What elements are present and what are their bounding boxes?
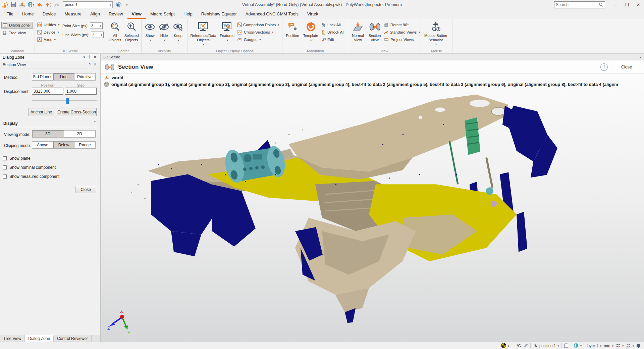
- point-display-button[interactable]: [616, 343, 624, 348]
- show-measured-component-checkbox[interactable]: Show measured component: [3, 174, 59, 179]
- tab-measure[interactable]: Measure: [60, 9, 86, 19]
- dialog-zone-menu-caret[interactable]: ▾: [82, 55, 87, 59]
- tab-advanced-cnc-cmm-tools[interactable]: Advanced CNC CMM Tools: [241, 9, 303, 19]
- show-plane-checkbox[interactable]: Show plane: [3, 156, 31, 161]
- clipping-mode-above[interactable]: Above: [32, 142, 53, 148]
- scene-close-button[interactable]: Close: [616, 63, 637, 71]
- axes-dropdown[interactable]: Axes: [36, 37, 62, 43]
- clipping-mode-below[interactable]: Below: [53, 142, 74, 148]
- dialog-close-button[interactable]: Close: [75, 186, 96, 193]
- import-button[interactable]: [19, 1, 25, 8]
- section-view-close-icon[interactable]: ✕: [92, 62, 98, 67]
- info-icon[interactable]: i: [600, 63, 608, 71]
- normal-view-button[interactable]: Normal View: [350, 20, 366, 42]
- probing-status-button[interactable]: [501, 343, 509, 348]
- tab-dialog-zone[interactable]: Dialog Zone: [25, 335, 54, 342]
- sync-button[interactable]: [626, 343, 634, 348]
- points-caret[interactable]: [622, 344, 624, 348]
- mouse-behavior-caret[interactable]: [435, 42, 437, 46]
- clipping-mode-range[interactable]: Range: [74, 142, 95, 148]
- anchor-line-button[interactable]: Anchor Line: [29, 108, 54, 116]
- 3d-viewport[interactable]: world original (alignment group 1), orig…: [101, 74, 644, 342]
- hide-dropdown-caret[interactable]: [163, 38, 165, 42]
- features-button[interactable]: Features: [218, 20, 236, 42]
- search-input[interactable]: [556, 2, 599, 7]
- comparison-points-dropdown[interactable]: Comparison Points: [236, 22, 279, 28]
- create-cross-section-button[interactable]: Create Cross-Section: [57, 108, 97, 116]
- center-selected-objects-button[interactable]: Selected Objects: [123, 20, 140, 42]
- compare-mode-button[interactable]: [574, 343, 582, 348]
- annotation-position-button[interactable]: Position: [284, 20, 301, 38]
- tree-view-toggle-button[interactable]: Tree View: [1, 30, 33, 36]
- viewing-mode-3d[interactable]: 3D: [32, 131, 64, 137]
- tab-device[interactable]: Device: [38, 9, 60, 19]
- piece-selector[interactable]: piece 1: [63, 1, 113, 8]
- tools-button[interactable]: [523, 343, 528, 348]
- method-primitive[interactable]: Primitive: [74, 73, 95, 80]
- tab-review[interactable]: Review: [104, 9, 127, 19]
- reference-data-caret[interactable]: [202, 42, 205, 46]
- viewing-mode-2d[interactable]: 2D: [64, 131, 96, 137]
- checkbox-box[interactable]: [3, 174, 7, 179]
- minimize-button[interactable]: –: [610, 0, 621, 9]
- annotation-template-button[interactable]: Template: [301, 20, 320, 42]
- undo-button[interactable]: [36, 1, 43, 8]
- reference-data-objects-button[interactable]: 01 Reference/Data Objects: [189, 20, 218, 46]
- scene-menu-caret[interactable]: [639, 55, 641, 59]
- tab-tree-view[interactable]: Tree View: [0, 335, 25, 342]
- project-views-button[interactable]: Project Views: [383, 37, 419, 43]
- help-icon[interactable]: ?: [87, 63, 92, 67]
- rotate-90-button[interactable]: Rotate 90°: [383, 22, 419, 28]
- show-button[interactable]: Show: [143, 20, 157, 42]
- position-caret[interactable]: [557, 344, 559, 348]
- template-caret[interactable]: [310, 38, 312, 42]
- point-size-stepper[interactable]: 3: [90, 22, 103, 29]
- tab-virtek[interactable]: Virtek: [303, 9, 323, 19]
- save-button[interactable]: [10, 1, 17, 8]
- share-globe-button[interactable]: [28, 1, 34, 8]
- tab-help[interactable]: Help: [179, 9, 197, 19]
- standard-views-dropdown[interactable]: Standard Views: [383, 29, 419, 35]
- displacement-step-field[interactable]: [65, 88, 97, 95]
- edit-annotation-button[interactable]: Edit: [320, 37, 345, 43]
- tab-home[interactable]: Home: [18, 9, 38, 19]
- checkbox-box[interactable]: [3, 165, 7, 169]
- probing-caret[interactable]: [507, 344, 509, 348]
- section-view-button[interactable]: Section View: [366, 20, 383, 42]
- tab-control-reviewer[interactable]: Control Reviewer: [54, 335, 92, 342]
- compare-caret[interactable]: [580, 344, 582, 348]
- method-line[interactable]: Line: [53, 73, 74, 80]
- features-caret[interactable]: [226, 38, 228, 42]
- checkbox-box[interactable]: [3, 156, 7, 160]
- displacement-position-field[interactable]: [32, 88, 63, 95]
- tab-file[interactable]: File: [2, 9, 18, 19]
- dialog-zone-close-icon[interactable]: ✕: [92, 55, 98, 59]
- sync-caret[interactable]: [632, 344, 634, 348]
- mouse-button-behavior-button[interactable]: Mouse Button Behavior: [422, 20, 449, 46]
- hide-button[interactable]: Hide: [157, 20, 171, 42]
- report-button[interactable]: [564, 343, 569, 348]
- tab-renishaw-equator[interactable]: Renishaw Equator: [197, 9, 241, 19]
- dialog-zone-toggle-button[interactable]: Dialog Zone: [1, 22, 33, 29]
- qat-customize-button[interactable]: [125, 2, 128, 7]
- display-collapse-chevron[interactable]: ⌃: [94, 120, 96, 124]
- object-info-button[interactable]: [115, 1, 122, 8]
- tab-align[interactable]: Align: [86, 9, 104, 19]
- units-caret[interactable]: [611, 344, 613, 348]
- units-selector[interactable]: mm: [604, 344, 613, 348]
- pin-icon[interactable]: [87, 55, 92, 59]
- close-window-button[interactable]: ✕: [633, 0, 644, 9]
- show-nominal-component-checkbox[interactable]: Show nominal component: [3, 165, 56, 170]
- gauges-dropdown[interactable]: Gauges: [236, 37, 279, 43]
- device-position-selector[interactable]: position 1: [533, 343, 559, 348]
- displacement-slider-handle[interactable]: [66, 98, 69, 104]
- keep-button[interactable]: Keep: [171, 20, 185, 42]
- keep-dropdown-caret[interactable]: [177, 38, 179, 42]
- displacement-slider-track[interactable]: [32, 100, 97, 101]
- layer-selector[interactable]: layer 1: [587, 344, 601, 348]
- restore-button[interactable]: ❐: [621, 0, 633, 9]
- layer-caret[interactable]: [599, 344, 602, 348]
- tab-macro-script[interactable]: Macro Script: [146, 9, 179, 19]
- lock-all-button[interactable]: Lock All: [320, 22, 345, 28]
- undo-scene-button[interactable]: [45, 1, 52, 8]
